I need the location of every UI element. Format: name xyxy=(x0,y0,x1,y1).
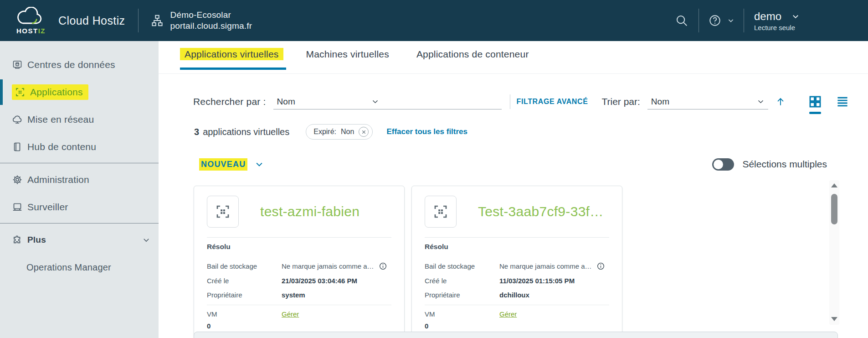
content-pane: Rechercher par : Nom FILTRAGE AVANCÉ Tri… xyxy=(159,94,868,338)
clear-all-filters-link[interactable]: Effacer tous les filtres xyxy=(386,127,467,136)
tenant-tree-icon xyxy=(150,14,164,27)
storage-lease-value: Ne marque jamais comme a… xyxy=(282,262,374,270)
header-divider xyxy=(744,9,744,32)
actions-row: NOUVEAU Sélections multiples xyxy=(193,157,868,171)
vapp-grid-icon xyxy=(15,87,26,98)
sort-ascending-icon xyxy=(776,96,786,107)
manage-vm-link[interactable]: Gérer xyxy=(499,310,517,318)
tab-bar: Applications virtuelles Machines virtuel… xyxy=(159,41,868,74)
sidebar-item-label: Operations Manager xyxy=(26,262,111,273)
advanced-filter-button[interactable]: FILTRAGE AVANCÉ xyxy=(517,98,588,106)
card-divider xyxy=(207,305,391,305)
storage-lease-row: Bail de stockage Ne marque jamais comme … xyxy=(207,262,391,270)
search-button[interactable] xyxy=(675,14,688,27)
cards-scrollbar[interactable] xyxy=(829,180,839,325)
info-icon[interactable] xyxy=(379,262,387,270)
content-hub-icon xyxy=(12,141,23,152)
chip-remove-button[interactable] xyxy=(359,127,369,137)
sidebar-divider xyxy=(0,163,159,163)
list-view-button[interactable] xyxy=(835,95,850,109)
sidebar-item-label: Administration xyxy=(27,174,89,185)
chevron-down-icon xyxy=(142,236,150,244)
results-count-label: applications virtuelles xyxy=(203,127,289,137)
toolbar-divider xyxy=(510,94,510,109)
close-icon xyxy=(361,130,366,135)
cloud-logo-icon xyxy=(16,7,46,26)
sidebar-item-label: Applications xyxy=(30,87,83,98)
card-divider xyxy=(425,237,609,238)
vm-count: 0 xyxy=(425,322,609,330)
vapp-card[interactable]: test-azmi-fabien Résolu Bail de stockage… xyxy=(194,186,405,338)
sidebar-item-operations-manager[interactable]: Operations Manager xyxy=(0,257,159,277)
sidebar-item-administration[interactable]: Administration xyxy=(0,166,159,193)
user-menu[interactable]: demo Lecture seule xyxy=(754,10,800,31)
vm-row: VM Gérer xyxy=(425,310,609,318)
filter-chip-label: Expiré: xyxy=(313,128,336,136)
help-icon xyxy=(708,14,722,27)
sort-field-select[interactable]: Nom xyxy=(647,94,768,109)
info-icon[interactable] xyxy=(596,262,605,270)
tab-container-applications[interactable]: Applications de conteneur xyxy=(416,41,534,74)
vapp-title-link[interactable]: test-azmi-fabien xyxy=(260,204,360,219)
multi-select-toggle[interactable] xyxy=(712,158,734,171)
list-view-icon xyxy=(835,95,850,109)
recent-tasks-panel[interactable] xyxy=(194,332,838,338)
sidebar-item-more[interactable]: Plus xyxy=(0,226,159,254)
created-row: Créé le 21/03/2025 03:04:46 PM xyxy=(207,277,391,285)
storage-lease-row: Bail de stockage Ne marque jamais comme … xyxy=(425,262,609,270)
created-row: Créé le 11/03/2025 01:15:05 PM xyxy=(425,277,609,285)
created-value: 11/03/2025 01:15:05 PM xyxy=(499,277,575,285)
data-center-icon xyxy=(12,59,23,70)
sidebar-item-content-hub[interactable]: Hub de contenu xyxy=(0,133,159,161)
sidebar-item-label: Mise en réseau xyxy=(27,114,94,125)
gear-icon xyxy=(12,174,23,185)
vapp-grid-icon xyxy=(215,203,231,220)
vm-row: VM Gérer xyxy=(207,310,391,318)
tab-virtual-applications[interactable]: Applications virtuelles xyxy=(185,41,283,74)
top-header: HOSTIZ Cloud Hostiz Démo-Ecosolar portai… xyxy=(0,0,868,41)
results-summary: 3 applications virtuelles Expiré: Non Ef… xyxy=(194,124,868,140)
main-content: Applications virtuelles Machines virtuel… xyxy=(159,41,868,338)
grid-view-button[interactable] xyxy=(808,95,822,109)
card-divider xyxy=(207,237,391,238)
sort-by-label: Trier par: xyxy=(601,96,640,107)
scrollbar-thumb[interactable] xyxy=(831,194,837,224)
scroll-down-arrow[interactable] xyxy=(831,317,838,322)
chevron-down-icon xyxy=(371,98,379,105)
card-divider xyxy=(425,305,609,305)
filter-toolbar: Rechercher par : Nom FILTRAGE AVANCÉ Tri… xyxy=(193,94,868,109)
sidebar-item-label: Hub de contenu xyxy=(27,141,96,152)
scroll-up-arrow[interactable] xyxy=(831,183,838,188)
chevron-down-icon xyxy=(757,98,765,105)
cloud-network-icon xyxy=(12,114,23,125)
tenant-selector[interactable]: Démo-Ecosolar portail.cloud.sigma.fr xyxy=(170,10,252,31)
sidebar-item-datacenters[interactable]: Centres de données xyxy=(0,51,159,78)
chevron-down-icon xyxy=(727,17,734,24)
new-button[interactable]: NOUVEAU xyxy=(199,158,264,171)
owner-value: dchilloux xyxy=(499,291,529,299)
sidebar-item-label: Surveiller xyxy=(27,202,68,213)
help-menu[interactable] xyxy=(708,14,734,27)
filter-chip-expired[interactable]: Expiré: Non xyxy=(306,124,373,140)
brand-logo[interactable]: HOSTIZ xyxy=(16,7,46,35)
annotation-highlight: Applications xyxy=(12,84,88,100)
sidebar-item-networking[interactable]: Mise en réseau xyxy=(0,106,159,133)
manage-vm-link[interactable]: Gérer xyxy=(282,310,299,318)
chevron-down-icon xyxy=(791,12,800,21)
tenant-domain: portail.cloud.sigma.fr xyxy=(170,21,252,31)
search-icon xyxy=(675,14,688,27)
vapp-card[interactable]: Test-3aab7cf9-33f… Résolu Bail de stocka… xyxy=(411,186,622,338)
sidebar: Centres de données Applications xyxy=(0,41,159,338)
results-count: 3 xyxy=(194,127,199,137)
search-input[interactable] xyxy=(383,94,502,109)
monitor-icon xyxy=(12,202,23,213)
sidebar-item-applications[interactable]: Applications xyxy=(0,78,159,106)
sidebar-item-monitor[interactable]: Surveiller xyxy=(0,193,159,221)
header-divider xyxy=(699,9,699,32)
multi-select-label: Sélections multiples xyxy=(742,159,827,170)
vapp-title-link[interactable]: Test-3aab7cf9-33f… xyxy=(478,204,604,219)
chevron-down-icon xyxy=(255,160,264,169)
search-field-select[interactable]: Nom xyxy=(273,94,383,109)
sort-direction-button[interactable] xyxy=(776,96,786,107)
tab-virtual-machines[interactable]: Machines virtuelles xyxy=(306,41,394,74)
